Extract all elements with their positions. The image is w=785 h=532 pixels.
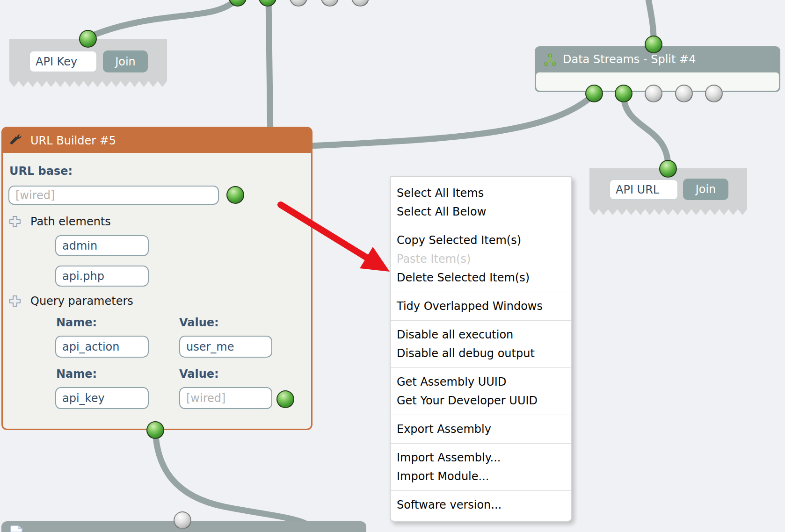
port-top-1[interactable]	[229, 0, 247, 7]
url-builder-title: URL Builder #5	[30, 134, 116, 147]
path-elements-label: Path elements	[30, 215, 111, 228]
param-1-name-label: Name:	[56, 316, 97, 329]
menu-section-version: Software version...	[391, 490, 571, 519]
api-key-input[interactable]	[29, 50, 97, 72]
api-key-join-button[interactable]: Join	[103, 50, 148, 72]
param-2-name-label: Name:	[56, 367, 97, 381]
canvas-context-menu: Select All Items Select All Below Copy S…	[390, 176, 572, 522]
add-query-parameter-icon[interactable]	[8, 295, 22, 308]
wire	[624, 94, 668, 166]
data-streams-output-port-2[interactable]	[615, 85, 632, 102]
url-builder-node[interactable]: URL Builder #5 URL base: Path elements Q…	[1, 127, 313, 430]
menu-section-select: Select All Items Select All Below	[391, 179, 571, 226]
param-1-name-input[interactable]	[55, 336, 149, 358]
api-url-join-button[interactable]: Join	[683, 179, 728, 200]
api-url-node-zigzag-edge	[589, 208, 747, 215]
menu-item-delete-selected[interactable]: Delete Selected Item(s)	[391, 268, 571, 287]
menu-item-import-assembly[interactable]: Import Assembly...	[391, 448, 571, 467]
document-icon	[9, 525, 23, 532]
data-streams-output-port-1[interactable]	[585, 85, 603, 102]
bottom-node-input-port[interactable]	[174, 511, 191, 529]
menu-item-software-version[interactable]: Software version...	[391, 496, 571, 514]
port-top-5[interactable]	[351, 0, 369, 7]
param-2-name-input[interactable]	[55, 387, 149, 409]
data-streams-input-port[interactable]	[645, 36, 662, 53]
port-top-3[interactable]	[290, 0, 307, 7]
param-2-value-input[interactable]	[179, 387, 272, 409]
menu-item-copy-selected[interactable]: Copy Selected Item(s)	[391, 231, 571, 250]
url-base-input[interactable]	[8, 186, 219, 205]
assembly-canvas[interactable]: Join Data Streams - Split #4 Join	[0, 0, 785, 532]
add-path-element-icon[interactable]	[8, 215, 22, 228]
param-2-value-label: Value:	[179, 367, 219, 381]
url-base-label: URL base:	[9, 165, 73, 178]
wire	[311, 94, 594, 146]
param-1-value-input[interactable]	[179, 336, 272, 358]
wire	[155, 431, 308, 525]
api-key-node-zigzag-edge	[9, 80, 167, 87]
url-builder-output-port[interactable]	[146, 421, 164, 439]
param-2-value-wire-port[interactable]	[276, 390, 294, 408]
menu-item-get-assembly-uuid[interactable]: Get Assembly UUID	[391, 373, 571, 391]
menu-item-paste: Paste Item(s)	[391, 250, 571, 268]
path-element-input-2[interactable]	[55, 266, 149, 287]
query-parameters-label: Query parameters	[30, 295, 133, 308]
wire	[269, 0, 270, 140]
port-top-4[interactable]	[321, 0, 339, 7]
menu-item-disable-debug[interactable]: Disable all debug output	[391, 344, 571, 363]
menu-section-tidy: Tidy Overlapped Windows	[391, 292, 571, 320]
menu-section-import: Import Assembly... Import Module...	[391, 443, 571, 490]
wrench-icon	[9, 134, 24, 148]
menu-item-disable-execution[interactable]: Disable all execution	[391, 325, 571, 344]
data-streams-output-port-4[interactable]	[675, 85, 693, 102]
menu-section-export: Export Assembly	[391, 415, 571, 443]
menu-section-clipboard: Copy Selected Item(s) Paste Item(s) Dele…	[391, 226, 571, 292]
menu-item-select-all-items[interactable]: Select All Items	[391, 184, 571, 202]
data-streams-output-port-5[interactable]	[705, 85, 723, 102]
wire	[90, 0, 238, 36]
api-url-input[interactable]	[609, 179, 678, 200]
url-base-wire-port[interactable]	[226, 186, 244, 204]
menu-item-export-assembly[interactable]: Export Assembly	[391, 420, 571, 439]
url-builder-header[interactable]: URL Builder #5	[3, 128, 311, 153]
param-1-value-label: Value:	[179, 316, 219, 329]
menu-item-select-all-below[interactable]: Select All Below	[391, 202, 571, 221]
split-icon	[543, 53, 557, 67]
data-streams-output-port-3[interactable]	[645, 85, 662, 102]
menu-section-disable: Disable all execution Disable all debug …	[391, 320, 571, 367]
api-url-node-input-port[interactable]	[659, 160, 677, 178]
data-streams-title: Data Streams - Split #4	[563, 53, 696, 66]
menu-item-get-developer-uuid[interactable]: Get Your Developer UUID	[391, 391, 571, 410]
menu-item-import-module[interactable]: Import Module...	[391, 467, 571, 486]
path-element-input-1[interactable]	[55, 235, 149, 256]
menu-item-tidy-windows[interactable]: Tidy Overlapped Windows	[391, 297, 571, 316]
port-top-2[interactable]	[259, 0, 276, 7]
api-key-node-input-port[interactable]	[79, 30, 97, 48]
menu-section-uuid: Get Assembly UUID Get Your Developer UUI…	[391, 367, 571, 415]
